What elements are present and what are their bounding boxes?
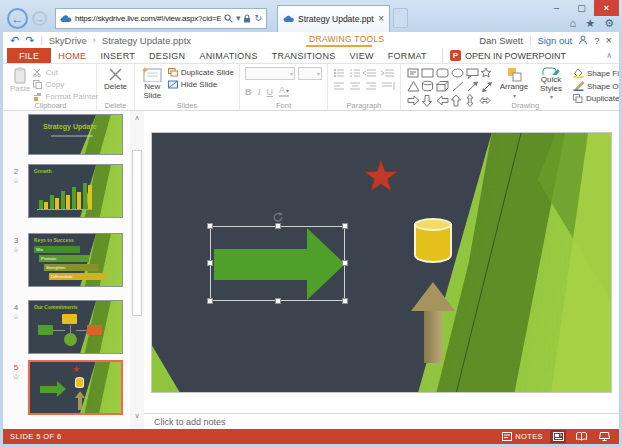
notes-pane[interactable]: Click to add notes [144, 413, 619, 429]
scroll-down-icon[interactable]: ∨ [130, 409, 144, 422]
format-painter-button[interactable]: Format Painter [33, 92, 98, 101]
scroll-up-icon[interactable]: ∧ [130, 111, 144, 124]
tab-file[interactable]: FILE [7, 48, 51, 63]
reading-view-button[interactable] [573, 430, 589, 443]
font-name-select[interactable] [245, 67, 295, 80]
tab-view[interactable]: VIEW [343, 48, 381, 63]
scrollbar-thumb[interactable] [132, 150, 142, 316]
powerpoint-web-app: ↶ ↷ | SkyDrive › Strategy Update.pptx DR… [3, 32, 619, 444]
notes-placeholder[interactable]: Click to add notes [154, 417, 226, 427]
slide-counter: SLIDE 5 OF 6 [10, 432, 62, 441]
breadcrumb-skydrive[interactable]: SkyDrive [49, 35, 87, 46]
browser-tab[interactable]: Strategy Update.pptx - Micr... × [277, 5, 390, 32]
resize-handle-e[interactable] [342, 260, 348, 266]
user-name[interactable]: Dan Swett [479, 35, 523, 46]
slideshow-view-button[interactable] [596, 430, 612, 443]
quick-access-row: ↶ ↷ | SkyDrive › Strategy Update.pptx DR… [3, 32, 619, 48]
thumbnail-4-number: 4☆ [9, 303, 23, 321]
slide-editing-surface[interactable] [152, 133, 611, 392]
tab-animations[interactable]: ANIMATIONS [192, 48, 264, 63]
help-button[interactable]: ? [594, 35, 599, 46]
back-button[interactable]: ← [7, 8, 28, 29]
font-size-select[interactable] [298, 67, 322, 80]
new-tab-button[interactable] [393, 8, 408, 28]
thumbnail-slide-4[interactable]: Our Commitments [28, 300, 123, 354]
address-bar[interactable]: https://skydrive.live.com/#!/view.aspx?c… [55, 8, 267, 29]
open-in-powerpoint-button[interactable]: P OPEN IN POWERPOINT [442, 48, 566, 63]
underline-button[interactable]: U [267, 87, 274, 97]
bold-button[interactable]: B [245, 87, 252, 97]
shape-outline-button[interactable]: Shape Outline [573, 81, 619, 91]
mini-star-shape: ★ [72, 364, 80, 374]
paragraph-icons[interactable] [333, 67, 395, 91]
url-text[interactable]: https://skydrive.live.com/#!/view.aspx?c… [75, 14, 221, 23]
contextual-tab-label: DRAWING TOOLS [309, 34, 385, 44]
resize-handle-nw[interactable] [207, 223, 213, 229]
thumbnail-slide-5[interactable]: ★ [28, 360, 123, 415]
thumb2-title: Growth [34, 168, 52, 174]
resize-handle-ne[interactable] [342, 223, 348, 229]
italic-button[interactable]: I [258, 87, 261, 97]
shape-fill-button[interactable]: Shape Fill [573, 68, 619, 78]
search-icon[interactable] [224, 14, 233, 23]
thumbnail-2-number: 2☆ [9, 167, 23, 185]
resize-handle-sw[interactable] [207, 298, 213, 304]
duplicate-slide-button[interactable]: Duplicate Slide [168, 68, 234, 77]
refresh-icon[interactable]: ↻ [254, 14, 262, 23]
resize-handle-s[interactable] [275, 298, 281, 304]
settings-gear-icon[interactable]: ⚙ [604, 18, 614, 29]
home-icon[interactable]: ⌂ [570, 18, 577, 29]
notes-toggle-button[interactable]: NOTES [502, 432, 543, 441]
site-cloud-icon [60, 15, 72, 23]
thumbnail-slide-3[interactable]: Keys to Success Win Promote Strengthen D… [28, 233, 123, 287]
copy-button[interactable]: Copy [33, 80, 98, 89]
slide-canvas[interactable] [144, 111, 619, 413]
quick-styles-button[interactable]: Quick Styles [534, 67, 568, 101]
arrange-button[interactable]: Arrange [497, 67, 531, 101]
paste-button[interactable]: Paste [10, 67, 30, 101]
tab-home[interactable]: HOME [51, 48, 93, 63]
thumbnail-5-number: 5☆ [9, 363, 23, 381]
resize-handle-w[interactable] [207, 260, 213, 266]
star-shape[interactable] [363, 159, 399, 193]
hide-slide-button[interactable]: Hide Slide [168, 80, 234, 89]
shape-selection-box[interactable] [210, 226, 345, 301]
delete-button[interactable]: Delete [102, 67, 129, 101]
favorites-star-icon[interactable]: ★ [585, 18, 595, 29]
up-arrow-shape[interactable] [411, 282, 455, 363]
window-maximize-button[interactable]: ▢ [569, 0, 594, 16]
redo-icon[interactable]: ↷ [25, 35, 34, 46]
green-arrow-shape[interactable] [214, 249, 307, 280]
breadcrumb-separator: › [93, 35, 96, 45]
tab-transitions[interactable]: TRANSITIONS [265, 48, 343, 63]
lock-icon [243, 14, 251, 23]
ribbon: Paste Cut Copy Format Painter Clipboard [3, 64, 619, 111]
collapse-ribbon-icon[interactable]: ∧ [606, 51, 612, 60]
person-icon[interactable] [578, 35, 588, 45]
undo-icon[interactable]: ↶ [10, 35, 19, 46]
thumbnail-slide-2[interactable]: Growth [28, 164, 123, 218]
thumbnail-scrollbar[interactable]: ∧ ∨ [130, 111, 144, 429]
thumbnail-slide-1[interactable]: Strategy Update [28, 114, 123, 155]
resize-handle-se[interactable] [342, 298, 348, 304]
font-color-button[interactable]: A [279, 86, 289, 97]
tab-design[interactable]: DESIGN [142, 48, 192, 63]
tab-cloud-icon [283, 15, 294, 23]
tab-close-icon[interactable]: × [378, 14, 384, 24]
forward-button[interactable]: → [32, 11, 47, 26]
close-document-button[interactable]: × [606, 34, 612, 46]
cylinder-shape[interactable] [414, 218, 452, 263]
tab-insert[interactable]: INSERT [93, 48, 142, 63]
tab-format[interactable]: FORMAT [381, 48, 434, 63]
thumb4-title: Our Commitments [34, 304, 78, 310]
sign-out-link[interactable]: Sign out [537, 35, 572, 46]
editing-view-button[interactable] [550, 430, 566, 443]
resize-handle-n[interactable] [275, 223, 281, 229]
window-minimize-button[interactable]: – [544, 0, 569, 16]
window-close-button[interactable]: × [594, 0, 619, 16]
divider: | [40, 35, 42, 45]
new-slide-button[interactable]: New Slide [140, 67, 165, 101]
cut-button[interactable]: Cut [33, 68, 98, 77]
rotate-handle[interactable] [272, 211, 284, 223]
search-dropdown-icon[interactable]: ▾ [236, 14, 241, 23]
